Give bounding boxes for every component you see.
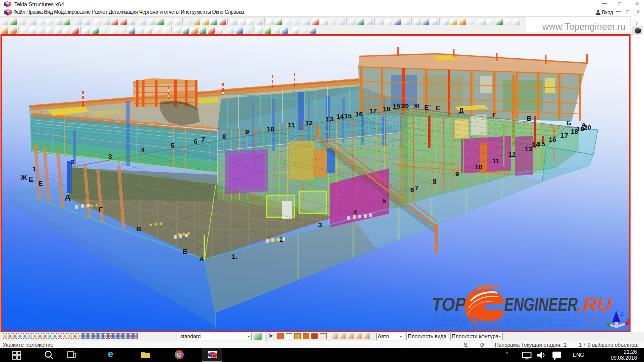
svg-text:В: В [136,225,141,233]
svg-text:Г: Г [99,206,103,213]
svg-text:3: 3 [318,221,323,229]
svg-text:5: 5 [171,142,175,149]
svg-text:10: 10 [267,125,274,133]
svg-text:9: 9 [245,128,249,136]
svg-text:4: 4 [353,208,357,216]
svg-text:15: 15 [344,112,352,120]
svg-text:13: 13 [326,115,334,123]
svg-text:12: 12 [305,119,313,127]
svg-text:Z: Z [620,311,624,317]
svg-text:7: 7 [415,184,419,192]
svg-text:Ж: Ж [413,102,420,110]
svg-text:1.: 1. [232,253,237,260]
svg-text:Б: Б [566,119,571,127]
svg-text:4: 4 [141,146,145,154]
svg-text:12: 12 [508,151,516,158]
svg-text:21: 21 [214,355,217,358]
svg-text:2: 2 [71,158,75,166]
svg-text:Е`: Е` [424,104,431,111]
svg-text:Е: Е [436,104,440,112]
svg-text:11: 11 [288,121,295,129]
svg-text:Д: Д [459,107,464,114]
svg-text:16: 16 [355,110,363,118]
svg-text:Д: Д [65,193,70,201]
svg-text:Ж: Ж [20,174,27,182]
svg-text:ENGINEER: ENGINEER [504,310,578,330]
svg-text:Б: Б [183,248,188,255]
svg-text:1: 1 [32,165,36,173]
svg-text:5: 5 [382,197,386,205]
svg-text:18: 18 [383,105,391,113]
svg-text:9: 9 [455,170,459,178]
svg-text:17: 17 [369,107,377,115]
svg-text:16: 16 [549,136,557,143]
svg-text:8: 8 [222,133,226,140]
svg-text:8: 8 [433,177,437,185]
svg-text:20: 20 [584,124,591,131]
svg-text:.RU: .RU [578,310,612,330]
svg-text:Г: Г [492,111,496,119]
svg-text:15: 15 [538,140,546,148]
svg-text:14: 14 [336,113,344,120]
svg-text:TOP: TOP [432,310,467,330]
svg-text:6: 6 [194,138,198,145]
svg-text:17: 17 [560,132,568,139]
svg-text:19: 19 [577,125,584,133]
svg-text:Е: Е [29,175,33,183]
svg-text:3: 3 [108,153,112,160]
svg-text:10: 10 [475,163,482,171]
svg-text:19: 19 [393,103,400,110]
svg-text:А: А [199,255,204,263]
svg-text:7: 7 [201,136,205,143]
svg-text:Е: Е [38,179,43,187]
svg-text:В: В [527,115,532,122]
svg-text:6: 6 [410,186,414,194]
svg-text:11: 11 [492,157,500,165]
svg-text:20: 20 [401,102,409,110]
